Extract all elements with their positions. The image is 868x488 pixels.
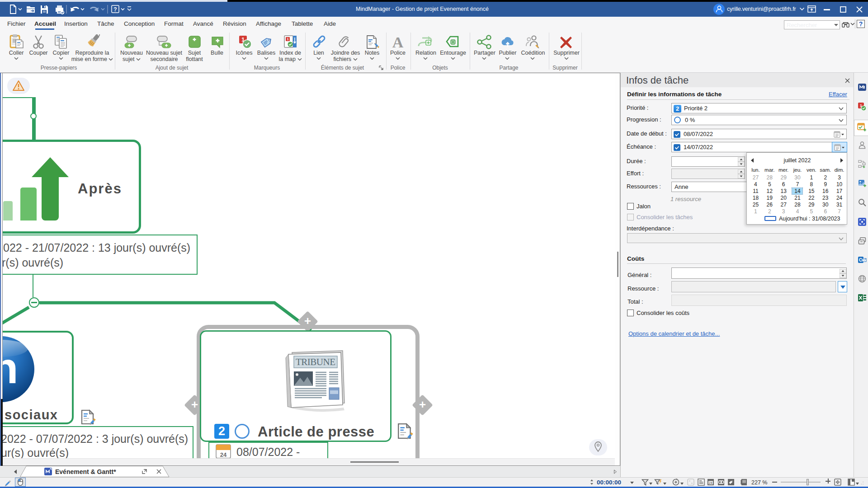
svg-text:TRIBUNE: TRIBUNE [296, 357, 335, 367]
svg-text:A: A [392, 34, 404, 50]
svg-text:24: 24 [220, 451, 227, 458]
svg-text:24: 24 [709, 481, 712, 484]
svg-text:1: 1 [287, 37, 288, 41]
